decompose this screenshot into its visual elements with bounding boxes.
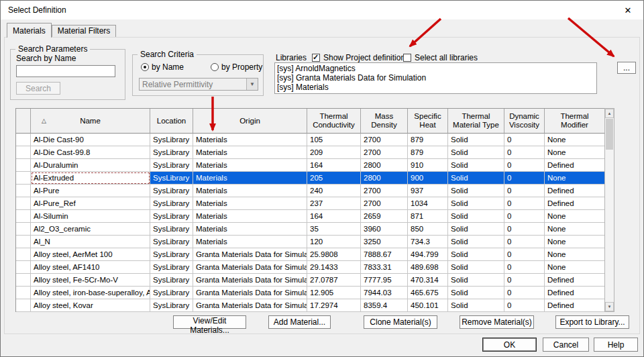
table-cell[interactable]: 105 bbox=[307, 134, 361, 146]
table-cell[interactable]: Al-Duralumin bbox=[31, 159, 150, 172]
table-cell[interactable]: 0 bbox=[504, 185, 545, 197]
table-cell[interactable]: SysLibrary bbox=[150, 236, 193, 248]
chevron-down-icon[interactable]: ▼ bbox=[246, 79, 258, 90]
header-mass-density[interactable]: Mass Density bbox=[361, 109, 408, 134]
table-cell[interactable]: 0 bbox=[504, 299, 545, 312]
table-cell[interactable]: Materials bbox=[193, 210, 307, 223]
table-cell[interactable]: Solid bbox=[448, 197, 504, 210]
table-cell[interactable]: 164 bbox=[307, 159, 361, 172]
table-row[interactable]: Alloy steel, iron-base-superalloy, A-286… bbox=[16, 287, 614, 299]
table-cell[interactable]: Solid bbox=[448, 223, 504, 236]
table-cell[interactable]: Al2_O3_ceramic bbox=[31, 223, 150, 236]
table-cell[interactable]: 17.2974 bbox=[307, 299, 361, 312]
header-location[interactable]: Location bbox=[150, 109, 193, 134]
table-cell[interactable]: SysLibrary bbox=[150, 248, 193, 261]
library-item[interactable]: [sys] ArnoldMagnetics bbox=[275, 64, 596, 73]
table-cell[interactable]: 0 bbox=[504, 287, 545, 299]
table-cell[interactable]: Granta Materials Data for Simulation bbox=[193, 261, 307, 274]
select-all-libraries-checkbox[interactable] bbox=[403, 54, 411, 62]
table-cell[interactable]: Solid bbox=[448, 287, 504, 299]
table-cell[interactable]: 910 bbox=[408, 159, 448, 172]
table-cell[interactable]: Solid bbox=[448, 134, 504, 146]
table-cell[interactable]: 3250 bbox=[361, 236, 408, 248]
table-cell[interactable]: Granta Materials Data for Simulation bbox=[193, 274, 307, 287]
tab-material-filters[interactable]: Material Filters bbox=[52, 25, 117, 37]
scroll-down-icon[interactable]: ▼ bbox=[605, 302, 614, 311]
table-cell[interactable]: Solid bbox=[448, 248, 504, 261]
table-cell[interactable]: SysLibrary bbox=[150, 159, 193, 172]
table-row[interactable]: Al-ExtrudedSysLibraryMaterials2052800900… bbox=[16, 172, 614, 185]
ok-button[interactable]: OK bbox=[482, 338, 537, 352]
table-cell[interactable]: 29.1433 bbox=[307, 261, 361, 274]
search-button[interactable]: Search bbox=[16, 82, 60, 95]
row-selector[interactable] bbox=[16, 236, 31, 248]
table-cell[interactable]: Alloy steel, AF1410 bbox=[31, 261, 150, 274]
table-cell[interactable]: SysLibrary bbox=[150, 223, 193, 236]
table-cell[interactable]: 7833.31 bbox=[361, 261, 408, 274]
table-row[interactable]: Al-Die Cast-90SysLibraryMaterials1052700… bbox=[16, 134, 614, 146]
row-selector[interactable] bbox=[16, 146, 31, 159]
table-cell[interactable]: 2800 bbox=[361, 159, 408, 172]
table-cell[interactable]: 0 bbox=[504, 172, 545, 185]
table-cell[interactable]: 0 bbox=[504, 134, 545, 146]
table-cell[interactable]: 937 bbox=[408, 185, 448, 197]
table-row[interactable]: Al2_O3_ceramicSysLibraryMaterials3539608… bbox=[16, 223, 614, 236]
header-name[interactable]: △ Name bbox=[31, 109, 150, 134]
table-cell[interactable]: 0 bbox=[504, 210, 545, 223]
row-selector[interactable] bbox=[16, 248, 31, 261]
row-selector[interactable] bbox=[16, 287, 31, 299]
table-cell[interactable]: Solid bbox=[448, 236, 504, 248]
table-cell[interactable]: Materials bbox=[193, 236, 307, 248]
table-cell[interactable]: Materials bbox=[193, 185, 307, 197]
table-cell[interactable]: SysLibrary bbox=[150, 185, 193, 197]
table-cell[interactable]: Al_N bbox=[31, 236, 150, 248]
scrollbar-thumb[interactable] bbox=[606, 119, 613, 150]
export-to-library-button[interactable]: Export to Library... bbox=[555, 315, 629, 329]
table-cell[interactable]: Defined bbox=[545, 274, 605, 287]
table-cell[interactable]: SysLibrary bbox=[150, 197, 193, 210]
table-cell[interactable]: None bbox=[545, 248, 605, 261]
header-specific-heat[interactable]: Specific Heat bbox=[408, 109, 448, 134]
table-scrollbar[interactable]: ▲ ▼ bbox=[604, 108, 614, 312]
row-selector[interactable] bbox=[16, 223, 31, 236]
by-name-label[interactable]: by Name bbox=[152, 62, 184, 72]
table-cell[interactable]: Al-Pure_Ref bbox=[31, 197, 150, 210]
header-thermal-material-type[interactable]: Thermal Material Type bbox=[448, 109, 504, 134]
select-all-libraries-label[interactable]: Select all libraries bbox=[415, 53, 478, 62]
by-property-label[interactable]: by Property bbox=[221, 62, 262, 72]
table-cell[interactable]: Alloy steel, AerMet 100 bbox=[31, 248, 150, 261]
table-cell[interactable]: Defined bbox=[545, 299, 605, 312]
table-row[interactable]: Alloy steel, AF1410SysLibraryGranta Mate… bbox=[16, 261, 614, 274]
browse-libraries-button[interactable]: ... bbox=[617, 62, 636, 74]
table-cell[interactable]: 7888.67 bbox=[361, 248, 408, 261]
table-cell[interactable]: 2659 bbox=[361, 210, 408, 223]
row-selector[interactable] bbox=[16, 185, 31, 197]
row-selector[interactable] bbox=[16, 159, 31, 172]
by-property-radio[interactable] bbox=[211, 63, 219, 71]
close-icon[interactable]: ✕ bbox=[612, 1, 643, 19]
table-cell[interactable]: Alloy steel, iron-base-superalloy, A-286 bbox=[31, 287, 150, 299]
table-cell[interactable]: 0 bbox=[504, 197, 545, 210]
library-item[interactable]: [sys] Granta Materials Data for Simulati… bbox=[275, 73, 596, 83]
table-cell[interactable]: SysLibrary bbox=[150, 146, 193, 159]
table-cell[interactable]: Al-Die Cast-99.8 bbox=[31, 146, 150, 159]
table-cell[interactable]: 494.799 bbox=[408, 248, 448, 261]
libraries-list[interactable]: [sys] ArnoldMagnetics[sys] Granta Materi… bbox=[274, 62, 597, 94]
property-dropdown[interactable]: Relative Permittivity ▼ bbox=[139, 78, 258, 91]
table-cell[interactable]: Defined bbox=[545, 159, 605, 172]
sort-indicator-icon[interactable]: △ bbox=[42, 117, 46, 125]
table-cell[interactable]: 237 bbox=[307, 197, 361, 210]
table-cell[interactable]: 2800 bbox=[361, 172, 408, 185]
help-button[interactable]: Help bbox=[594, 338, 638, 352]
table-cell[interactable]: 0 bbox=[504, 159, 545, 172]
add-material-button[interactable]: Add Material... bbox=[268, 315, 331, 329]
table-cell[interactable]: 489.698 bbox=[408, 261, 448, 274]
table-row[interactable]: Alloy steel, Fe-5Cr-Mo-VSysLibraryGranta… bbox=[16, 274, 614, 287]
table-cell[interactable]: 879 bbox=[408, 146, 448, 159]
table-cell[interactable]: Defined bbox=[545, 287, 605, 299]
table-cell[interactable]: 900 bbox=[408, 172, 448, 185]
scroll-up-icon[interactable]: ▲ bbox=[605, 109, 614, 118]
table-cell[interactable]: SysLibrary bbox=[150, 261, 193, 274]
table-cell[interactable]: Al-Silumin bbox=[31, 210, 150, 223]
table-cell[interactable]: 209 bbox=[307, 146, 361, 159]
